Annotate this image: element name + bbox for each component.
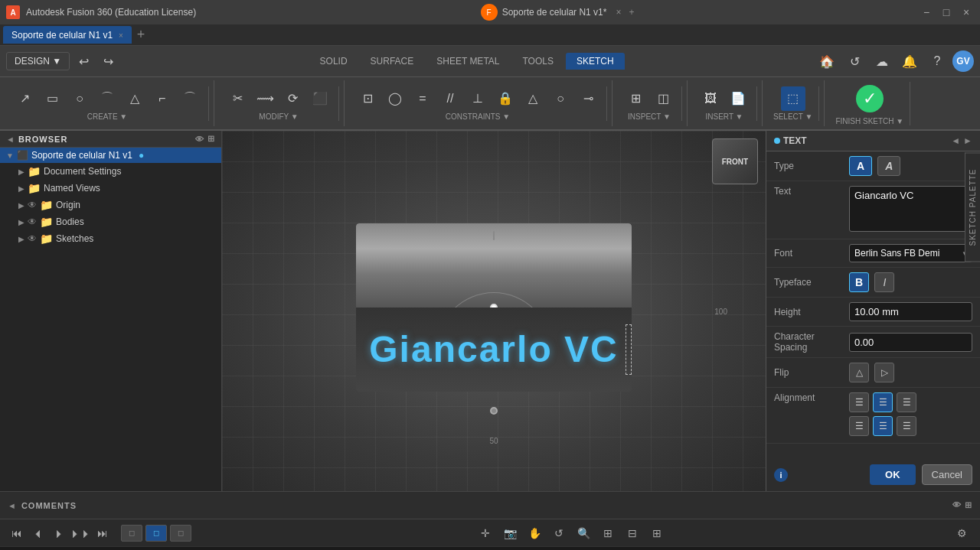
align-center-bottom[interactable]: ☰ [873,416,893,436]
browser-collapse-icon[interactable]: ◄ [6,135,15,144]
insert-image-tool[interactable]: 🖼 [698,86,723,111]
gizmo[interactable]: FRONT [712,138,758,184]
browser-item-bodies[interactable]: ▶ 👁 📁 Bodies [0,213,221,230]
panel-collapse-left[interactable]: ◄ [951,135,960,146]
comments-collapse[interactable]: ◄ [8,501,17,510]
inspect2-tool[interactable]: ◫ [651,86,675,111]
triangle2-tool[interactable]: △ [521,86,545,111]
project-tool[interactable]: ⬛ [308,86,332,111]
cancel-button[interactable]: Cancel [922,464,972,485]
align-center-top[interactable]: ☰ [873,392,893,412]
char-spacing-input[interactable] [849,333,972,352]
close-button[interactable]: × [959,5,974,20]
insert-dxf-tool[interactable]: 📄 [726,86,750,111]
capture-tool[interactable]: 📷 [499,522,521,544]
select-tool[interactable]: ⬚ [781,86,805,111]
browser-eye-icon[interactable]: 👁 [195,135,204,144]
finish-sketch-button[interactable]: ✓ [850,82,890,116]
frame-thumb1[interactable]: ◻ [121,525,142,542]
comments-eye-icon[interactable]: 👁 [952,500,962,510]
font-select[interactable]: Berlin Sans FB Demi Arial Times New Roma… [849,244,972,262]
design-dropdown-button[interactable]: DESIGN ▼ [6,52,70,70]
grid-tool[interactable]: ⊞ [646,522,668,544]
browser-item-sketches[interactable]: ▶ 👁 📁 Sketches [0,230,221,247]
browser-item-named-views[interactable]: ▶ 📁 Named Views [0,180,221,197]
circle-tool[interactable]: ○ [67,86,92,111]
rectangle-tool[interactable]: ▭ [40,86,64,111]
comments-expand-icon[interactable]: ⊞ [965,500,972,510]
browser-item-origin[interactable]: ▶ 👁 📁 Origin [0,197,221,213]
timeline-prev[interactable]: ⏴ [29,524,47,542]
type-italic-btn[interactable]: A [877,156,900,176]
tab-tools[interactable]: TOOLS [512,53,564,70]
arc-tool[interactable]: ⌒ [95,86,119,111]
circle2-tool[interactable]: ◯ [383,86,407,111]
line2-tool[interactable]: ⌐ [150,86,175,111]
flip-vertical-button[interactable]: ▷ [874,363,894,382]
settings-button[interactable]: ⚙ [951,522,972,544]
height-input[interactable] [849,302,972,321]
timeline-play[interactable]: ⏵ [51,524,69,542]
extend-tool[interactable]: ⟿ [253,86,277,111]
parallel-tool[interactable]: // [438,86,462,111]
dimension-tool[interactable]: ⊡ [355,86,380,111]
trim-tool[interactable]: ✂ [225,86,250,111]
zoom-tool[interactable]: 🔍 [573,522,594,544]
tab-solid[interactable]: SOLID [309,53,358,70]
ellipse-tool[interactable]: ○ [548,86,573,111]
snap-tool[interactable]: ✛ [475,522,496,544]
align-right-top[interactable]: ☰ [897,392,916,412]
align-right-bottom[interactable]: ☰ [897,416,916,436]
snap-tool[interactable]: ⊸ [576,86,600,111]
orbit-tool[interactable]: ↺ [548,522,570,544]
refresh-button[interactable]: ↺ [842,49,867,73]
align-left-top[interactable]: ☰ [849,392,869,412]
help-button[interactable]: ? [925,49,949,73]
tab-close-icon[interactable]: × [119,31,123,40]
measure-tool[interactable]: ⊞ [623,86,648,111]
viewport[interactable]: Giancarlo VC 50 100 FRONT [222,131,766,491]
ok-button[interactable]: OK [870,464,916,485]
equals-tool[interactable]: = [410,86,435,111]
document-tab[interactable]: Soporte de celular N1 v1 × [3,26,132,44]
triangle-tool[interactable]: △ [122,86,147,111]
display-tool[interactable]: ⊟ [622,522,643,544]
browser-item-root[interactable]: ▼ ⬛ Soporte de celular N1 v1 ● [0,148,221,163]
flip-horizontal-button[interactable]: △ [849,363,869,382]
info-button[interactable]: i [774,468,788,482]
browser-expand-icon[interactable]: ⊞ [207,134,215,144]
fillet-tool[interactable]: ⌒ [178,86,202,111]
pan-tool[interactable]: ✋ [524,522,545,544]
home-button[interactable]: 🏠 [815,49,839,73]
timeline-end[interactable]: ⏭ [93,524,112,542]
new-tab-button[interactable]: + [133,28,149,43]
add-doc-icon[interactable]: + [629,7,634,18]
notification-button[interactable]: 🔔 [897,49,922,73]
user-avatar[interactable]: GV [952,50,974,72]
sketch-palette-tab[interactable]: SKETCH PALETTE [965,152,980,262]
cloud-button[interactable]: ☁ [870,49,894,73]
tab-sketch[interactable]: SKETCH [566,53,625,70]
browser-item-doc-settings[interactable]: ▶ 📁 Document Settings [0,163,221,180]
fit-tool[interactable]: ⊞ [597,522,619,544]
undo-button[interactable]: ↩ [73,50,94,72]
timeline-next[interactable]: ⏵⏵ [72,524,90,542]
frame-thumb3[interactable]: ◻ [170,525,191,542]
tab-surface[interactable]: SURFACE [360,53,425,70]
align-left-bottom[interactable]: ☰ [849,416,869,436]
text-input[interactable] [849,186,972,232]
maximize-button[interactable]: □ [939,5,954,20]
frame-thumb2[interactable]: ◻ [145,525,167,542]
bold-button[interactable]: B [849,272,869,292]
type-bold-btn[interactable]: A [849,156,872,176]
lock-tool[interactable]: 🔒 [493,86,518,111]
redo-button[interactable]: ↪ [97,50,119,72]
timeline-rewind[interactable]: ⏮ [8,524,26,542]
offset-tool[interactable]: ⟳ [280,86,305,111]
panel-expand-right[interactable]: ► [963,135,972,146]
line-tool[interactable]: ↗ [12,86,37,111]
close-doc-icon[interactable]: × [616,7,621,18]
italic-button[interactable]: I [874,272,894,292]
minimize-button[interactable]: − [919,5,934,20]
perpendicular-tool[interactable]: ⊥ [466,86,490,111]
